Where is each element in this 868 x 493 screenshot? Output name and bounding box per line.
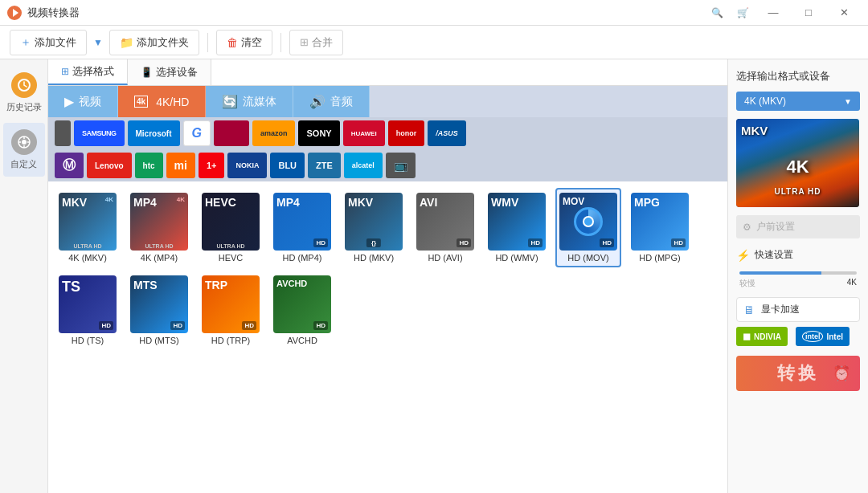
device-lg[interactable] [214,120,249,146]
4khd-category-button[interactable]: 4k 4K/HD [118,86,206,117]
format-thumb-hdmpg: MPG HD [631,193,689,251]
alarm-icon: ⏰ [833,365,850,382]
device-motorola[interactable]: Ⓜ [55,153,84,178]
add-file-button[interactable]: ＋ 添加文件 [10,30,87,55]
format-hdwmv[interactable]: WMV HD HD (WMV) [484,188,550,267]
history-icon [11,72,37,98]
device-huawei[interactable]: HUAWEI [343,120,385,146]
format-thumb-hdtrp: TRP HD [202,275,260,333]
close-button[interactable]: ✕ [826,0,862,26]
format-4kmkv[interactable]: MKV 4K ULTRA HD 4K (MKV) [55,188,121,267]
divider2 [280,33,281,52]
search-icon[interactable]: 🔍 [704,0,730,26]
quick-settings-icon: ⚡ [736,249,750,262]
device-tab-icon: 📱 [141,67,153,78]
device-oneplus[interactable]: 1+ [199,153,225,178]
add-folder-button[interactable]: 📁 添加文件夹 [109,30,199,55]
format-tab-icon: ⊞ [61,66,69,77]
format-thumb-avchd: AVCHD HD [273,275,331,333]
format-hdmkv[interactable]: MKV {} HD (MKV) [341,188,407,267]
device-mi[interactable]: mi [166,153,195,178]
format-thumb-4kmp4: MP4 4K ULTRA HD [130,193,188,251]
speed-slider[interactable] [739,271,857,275]
gpu-icon: 🖥 [743,304,755,316]
4k-icon: 4k [134,96,148,108]
format-thumb-hdts: TS HD [59,275,117,333]
device-htc[interactable]: htc [135,153,163,178]
device-nokia[interactable]: NOKIA [227,153,267,178]
device-honor[interactable]: honor [388,120,425,146]
svg-point-3 [22,140,27,145]
device-logos-row1: SAMSUNG Microsoft G amazon SONY HUAWEI h… [48,117,727,149]
format-thumb-hdmts: MTS HD [130,275,188,333]
device-blu[interactable]: BLU [270,153,305,178]
maximize-button[interactable]: □ [791,0,826,26]
device-apple[interactable] [55,120,71,146]
speed-labels: 较慢 4K [739,278,857,289]
device-tv[interactable]: 📺 [386,153,416,178]
nvidia-badge[interactable]: ◼ NDIVIA [736,327,788,346]
video-category-button[interactable]: ▶ 视频 [48,86,118,117]
main-area: 历史记录 自定义 ⊞ 选择格式 [0,59,868,493]
format-hdavi[interactable]: AVI HD HD (AVI) [412,188,478,267]
format-hdtrp[interactable]: TRP HD HD (TRP) [198,271,264,350]
format-thumb-hdmkv: MKV {} [345,193,403,251]
minimize-button[interactable]: — [755,0,791,26]
settings-icon: ⚙ [743,222,751,233]
device-amazon[interactable]: amazon [252,120,296,146]
advanced-settings-button[interactable]: ⚙ 户前设置 [736,215,860,238]
format-hdmp4[interactable]: MP4 HD HD (MP4) [269,188,335,267]
device-microsoft[interactable]: Microsoft [128,120,180,146]
custom-icon [11,129,37,155]
gpu-badges: ◼ NDIVIA intel Intel [736,327,860,346]
sidebar-item-history[interactable]: 历史记录 [3,66,45,120]
win-buttons: — □ ✕ [755,0,862,26]
gpu-accel-button[interactable]: 🖥 显卡加速 [736,297,860,322]
merge-button[interactable]: ⊞ 合并 [289,30,343,55]
audio-icon: 🔊 [309,94,326,109]
toolbar: ＋ 添加文件 ▼ 📁 添加文件夹 🗑 清空 ⊞ 合并 [0,26,868,59]
right-panel-title: 选择输出格式或设备 [736,69,860,84]
nvidia-icon: ◼ [743,331,751,342]
quick-settings-section: ⚡ 快速设置 [736,245,860,265]
category-spacer [370,86,727,117]
device-lenovo[interactable]: Lenovo [87,153,132,178]
intel-logo-icon: intel [802,331,824,342]
plus-icon: ＋ [20,35,31,50]
format-thumb-hdavi: AVI HD [416,193,474,251]
clear-button[interactable]: 🗑 清空 [216,30,272,55]
convert-button[interactable]: 转换 ⏰ [736,356,860,391]
format-thumb-hevc: HEVC ULTRA HD [202,193,260,251]
dropdown-arrow[interactable]: ▼ [90,32,106,53]
device-google[interactable]: G [183,120,211,146]
format-hevc[interactable]: HEVC ULTRA HD HEVC [198,188,264,267]
format-hdmov[interactable]: MOV HD HD (MOV) [555,188,621,267]
sidebar: 历史记录 自定义 [0,59,48,493]
right-panel: 选择输出格式或设备 4K (MKV) ▼ MKV 4K ULTRA HD ⚙ 户… [727,59,868,493]
format-avchd[interactable]: AVCHD HD AVCHD [269,271,335,350]
intel-badge[interactable]: intel Intel [796,327,850,346]
device-zte[interactable]: ZTE [308,153,341,178]
sidebar-item-custom[interactable]: 自定义 [3,123,45,177]
device-asus[interactable]: /ASUS [428,120,466,146]
format-hdmts[interactable]: MTS HD HD (MTS) [126,271,192,350]
format-thumb-hdmp4: MP4 HD [273,193,331,251]
device-samsung[interactable]: SAMSUNG [74,120,125,146]
tab-device[interactable]: 📱 选择设备 [128,59,211,85]
format-hdts[interactable]: TS HD HD (TS) [55,271,121,350]
convert-label: 转换 [777,361,819,385]
device-sony[interactable]: SONY [298,120,339,146]
category-buttons: ▶ 视频 4k 4K/HD 🔄 流媒体 🔊 音频 [48,86,727,117]
format-hdmpg[interactable]: MPG HD HD (MPG) [627,188,693,267]
format-4kmp4[interactable]: MP4 4K ULTRA HD 4K (MP4) [126,188,192,267]
stream-category-button[interactable]: 🔄 流媒体 [206,86,293,117]
device-alcatel[interactable]: alcatel [344,153,383,178]
tab-format[interactable]: ⊞ 选择格式 [48,59,128,85]
format-thumb-hdwmv: WMV HD [488,193,546,251]
video-icon: ▶ [64,94,74,109]
stream-icon: 🔄 [222,94,238,109]
audio-category-button[interactable]: 🔊 音频 [293,86,370,117]
cart-icon[interactable]: 🛒 [730,0,755,26]
title-bar: 视频转换器 🔍 🛒 — □ ✕ [0,0,868,26]
format-selector-dropdown[interactable]: 4K (MKV) ▼ [736,92,860,111]
